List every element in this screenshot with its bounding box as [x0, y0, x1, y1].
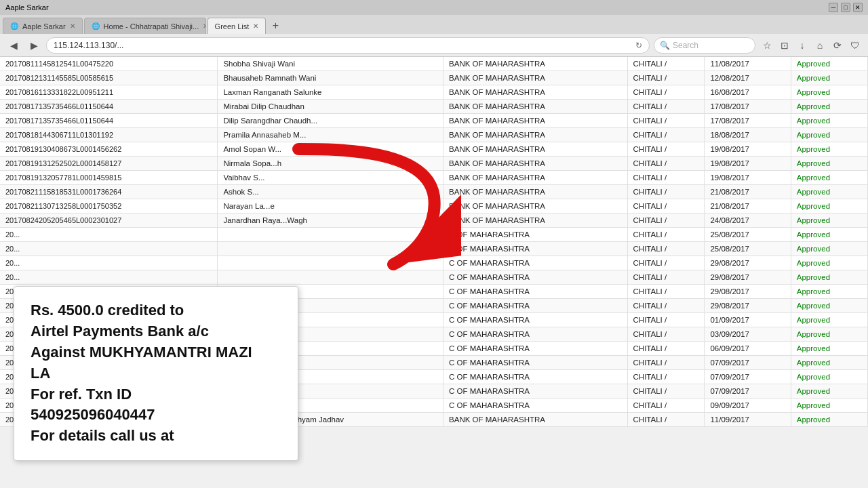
tab-0-label: Aaple Sarkar [22, 22, 66, 30]
table-row[interactable]: 20...C OF MAHARASHTRACHITALI /29/08/2017… [0, 270, 868, 285]
tab-2-close[interactable]: ✕ [253, 22, 258, 30]
cell-25-3: CHITALI / [627, 413, 705, 427]
table-row[interactable]: 20170816113331822L00951211Laxman Rangana… [0, 85, 868, 100]
cell-19-5: Approved [791, 327, 867, 342]
tab-1[interactable]: 🌐 Home - Chhatrapati Shivaji... ✕ [84, 18, 206, 34]
toolbar-icons: ☆ ⊡ ↓ ⌂ ⟳ 🛡 [760, 38, 863, 53]
extensions-icon[interactable]: ⊡ [777, 38, 792, 53]
close-button[interactable]: ✕ [853, 3, 863, 12]
cell-4-3: CHITALI / [627, 114, 705, 128]
cell-14-5: Approved [791, 256, 867, 270]
shield-icon[interactable]: 🛡 [848, 38, 863, 53]
cell-4-1: Dilip Sarangdhar Chaudh... [218, 114, 443, 128]
cell-12-2: C OF MAHARASHTRA [443, 228, 627, 242]
table-row[interactable]: 20170811145812541L00475220Shobha Shivaji… [0, 57, 868, 71]
cell-16-3: CHITALI / [627, 285, 705, 299]
cell-25-5: Approved [791, 413, 867, 427]
cell-18-5: Approved [791, 313, 867, 327]
cell-3-4: 17/08/2017 [705, 100, 791, 114]
address-bar[interactable]: 115.124.113.130/... ↻ [46, 37, 650, 54]
cell-2-4: 16/08/2017 [705, 85, 791, 100]
bookmark-icon[interactable]: ☆ [760, 38, 774, 53]
search-icon: 🔍 [660, 41, 670, 50]
forward-button[interactable]: ▶ [26, 37, 42, 54]
cell-20-3: CHITALI / [627, 342, 705, 356]
cell-7-5: Approved [791, 157, 867, 171]
table-row[interactable]: 20170821115818531L0001736264Ashok S...BA… [0, 185, 868, 199]
table-row[interactable]: 20...C OF MAHARASHTRACHITALI /29/08/2017… [0, 256, 868, 270]
cell-6-3: CHITALI / [627, 142, 705, 157]
cell-16-5: Approved [791, 285, 867, 299]
cell-17-3: CHITALI / [627, 299, 705, 313]
window-controls[interactable]: ─ □ ✕ [829, 3, 863, 12]
overlay-line7: For details call us at [31, 427, 174, 444]
cell-2-3: CHITALI / [627, 85, 705, 100]
cell-13-4: 25/08/2017 [705, 242, 791, 256]
cell-3-0: 20170817135735466L01150644 [0, 100, 218, 114]
cell-21-4: 07/09/2017 [705, 356, 791, 370]
cell-24-3: CHITALI / [627, 399, 705, 413]
overlay-line2: Airtel Payments Bank a/c [31, 323, 209, 340]
minimize-button[interactable]: ─ [829, 3, 838, 12]
table-row[interactable]: 20170817135735466L01150644Mirabai Dilip … [0, 100, 868, 114]
tab-1-close[interactable]: ✕ [203, 22, 205, 30]
cell-5-2: BANK OF MAHARASHTRA [443, 128, 627, 142]
cell-0-1: Shobha Shivaji Wani [218, 57, 443, 71]
title-bar-left: Aaple Sarkar [5, 3, 49, 12]
address-bar-row: ◀ ▶ 115.124.113.130/... ↻ 🔍 Search ☆ ⊡ ↓… [0, 34, 868, 57]
cell-25-4: 11/09/2017 [705, 413, 791, 427]
table-row[interactable]: 20170824205205465L0002301027Janardhan Ra… [0, 214, 868, 228]
cell-10-1: Narayan La...e [218, 199, 443, 214]
overlay-message: Rs. 4500.0 credited to Airtel Payments B… [14, 286, 298, 461]
overlay-text: Rs. 4500.0 credited to Airtel Payments B… [31, 300, 281, 447]
cell-11-0: 20170824205205465L0002301027 [0, 214, 218, 228]
cell-6-4: 19/08/2017 [705, 142, 791, 157]
table-row[interactable]: 20...C OF MAHARASHTRACHITALI /25/08/2017… [0, 228, 868, 242]
cell-15-2: C OF MAHARASHTRA [443, 270, 627, 285]
cell-8-1: Vaibhav S... [218, 171, 443, 185]
cell-22-4: 07/09/2017 [705, 370, 791, 384]
cell-6-0: 20170819130408673L0001456262 [0, 142, 218, 157]
cell-10-0: 20170821130713258L0001750352 [0, 199, 218, 214]
cell-10-4: 21/08/2017 [705, 199, 791, 214]
table-row[interactable]: 20170819131252502L0001458127Nirmala Sopa… [0, 157, 868, 171]
cell-7-4: 19/08/2017 [705, 157, 791, 171]
cell-4-2: BANK OF MAHARASHTRA [443, 114, 627, 128]
cell-16-2: C OF MAHARASHTRA [443, 285, 627, 299]
tab-2[interactable]: Green List ✕ [208, 18, 267, 34]
cell-12-4: 25/08/2017 [705, 228, 791, 242]
table-row[interactable]: 20170812131145585L00585615Bhausaheb Ramn… [0, 71, 868, 85]
tab-bar: 🌐 Aaple Sarkar ✕ 🌐 Home - Chhatrapati Sh… [0, 15, 868, 34]
cell-4-5: Approved [791, 114, 867, 128]
refresh-icon[interactable]: ↻ [635, 41, 642, 50]
cell-0-0: 20170811145812541L00475220 [0, 57, 218, 71]
table-row[interactable]: 20170821130713258L0001750352Narayan La..… [0, 199, 868, 214]
search-bar[interactable]: 🔍 Search [654, 37, 755, 54]
cell-18-2: C OF MAHARASHTRA [443, 313, 627, 327]
cell-11-2: BANK OF MAHARASHTRA [443, 214, 627, 228]
cell-22-3: CHITALI / [627, 370, 705, 384]
sync-icon[interactable]: ⟳ [830, 38, 845, 53]
cell-17-2: C OF MAHARASHTRA [443, 299, 627, 313]
download-icon[interactable]: ↓ [795, 38, 810, 53]
cell-10-3: CHITALI / [627, 199, 705, 214]
browser-chrome: Aaple Sarkar ─ □ ✕ 🌐 Aaple Sarkar ✕ 🌐 Ho… [0, 0, 868, 57]
table-row[interactable]: 20170819132057781L0001459815Vaibhav S...… [0, 171, 868, 185]
cell-1-3: CHITALI / [627, 71, 705, 85]
tab-0[interactable]: 🌐 Aaple Sarkar ✕ [3, 18, 83, 34]
cell-0-2: BANK OF MAHARASHTRA [443, 57, 627, 71]
tab-0-close[interactable]: ✕ [70, 22, 75, 30]
cell-11-5: Approved [791, 214, 867, 228]
table-row[interactable]: 20170819130408673L0001456262Amol Sopan W… [0, 142, 868, 157]
new-tab-button[interactable]: + [267, 18, 283, 34]
cell-24-4: 09/09/2017 [705, 399, 791, 413]
cell-11-4: 24/08/2017 [705, 214, 791, 228]
overlay-line5: For ref. Txn ID [31, 386, 132, 403]
cell-21-5: Approved [791, 356, 867, 370]
table-row[interactable]: 20...C OF MAHARASHTRACHITALI /25/08/2017… [0, 242, 868, 256]
home-icon[interactable]: ⌂ [812, 38, 827, 53]
table-row[interactable]: 20170818144306711L01301192Pramila Annasa… [0, 128, 868, 142]
back-button[interactable]: ◀ [5, 37, 22, 54]
maximize-button[interactable]: □ [841, 3, 850, 12]
table-row[interactable]: 20170817135735466L01150644Dilip Sarangdh… [0, 114, 868, 128]
